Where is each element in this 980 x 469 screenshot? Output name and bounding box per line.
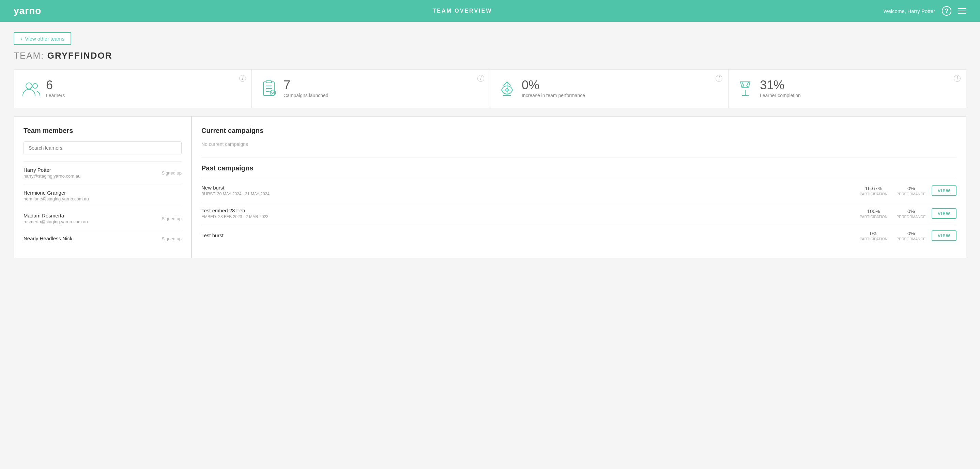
member-name: Hermione Granger bbox=[24, 190, 89, 196]
back-arrow-icon: ‹ bbox=[21, 35, 22, 41]
participation-value: 100% bbox=[857, 208, 891, 214]
view-button[interactable]: VIEW bbox=[932, 208, 956, 219]
performance-icon bbox=[498, 80, 515, 97]
stat-card-performance: 0% Increase in team performance i bbox=[490, 70, 728, 108]
member-email: harry@staging.yarno.com.au bbox=[24, 174, 80, 179]
welcome-text: Welcome, Harry Potter bbox=[884, 8, 935, 14]
participation-stat: 16.67% PARTICIPATION bbox=[857, 185, 891, 196]
participation-value: 0% bbox=[857, 230, 891, 236]
participation-value: 16.67% bbox=[857, 185, 891, 191]
member-status: Signed up bbox=[162, 216, 181, 221]
member-email: rosmerta@staging.yarno.com.au bbox=[24, 219, 88, 224]
campaign-name: Test burst bbox=[201, 233, 853, 238]
stat-card-completion: 31% Learner completion i bbox=[729, 70, 966, 108]
completion-info-icon[interactable]: i bbox=[954, 75, 961, 82]
campaigns-stat-content: 7 Campaigns launched bbox=[283, 79, 328, 98]
stat-card-campaigns: 7 Campaigns launched i bbox=[252, 70, 490, 108]
participation-label: PARTICIPATION bbox=[857, 215, 891, 219]
learners-info-icon[interactable]: i bbox=[239, 75, 246, 82]
performance-stat: 0% PERFORMANCE bbox=[894, 230, 928, 241]
performance-info-icon[interactable]: i bbox=[716, 75, 722, 82]
team-title: TEAM: GRYFFINDOR bbox=[14, 51, 966, 61]
stat-card-learners: 6 Learners i bbox=[14, 70, 251, 108]
completion-icon bbox=[737, 80, 754, 97]
svg-rect-7 bbox=[266, 81, 272, 83]
learners-icon bbox=[22, 81, 40, 96]
menu-icon[interactable] bbox=[958, 8, 966, 14]
performance-value: 0% bbox=[894, 185, 928, 191]
member-name: Nearly Headless Nick bbox=[24, 236, 72, 241]
list-item: Nearly Headless Nick Signed up bbox=[24, 230, 181, 247]
performance-label: PERFORMANCE bbox=[894, 237, 928, 241]
campaign-info: Test embed 28 Feb EMBED: 28 Feb 2023 - 2… bbox=[201, 207, 853, 219]
member-status: Signed up bbox=[162, 171, 181, 175]
svg-point-0 bbox=[26, 83, 32, 89]
svg-point-6 bbox=[270, 90, 276, 96]
list-item: Test burst 0% PARTICIPATION 0% PERFORMAN… bbox=[201, 225, 956, 246]
list-item: Madam Rosmerta rosmerta@staging.yarno.co… bbox=[24, 207, 181, 230]
participation-label: PARTICIPATION bbox=[857, 237, 891, 241]
bottom-row: Team members Harry Potter harry@staging.… bbox=[14, 116, 966, 258]
campaign-sub: BURST: 30 May 2024 - 31 May 2024 bbox=[201, 191, 853, 196]
back-button[interactable]: ‹ View other teams bbox=[14, 32, 71, 45]
learners-number: 6 bbox=[46, 79, 65, 91]
campaign-info: Test burst bbox=[201, 233, 853, 239]
header-title: TEAM OVERVIEW bbox=[433, 8, 492, 14]
performance-value: 0% bbox=[894, 230, 928, 236]
team-members-panel: Team members Harry Potter harry@staging.… bbox=[14, 116, 191, 258]
member-status: Signed up bbox=[162, 236, 181, 241]
list-item: Test embed 28 Feb EMBED: 28 Feb 2023 - 2… bbox=[201, 202, 956, 225]
completion-stat-content: 31% Learner completion bbox=[760, 79, 801, 98]
list-item: Harry Potter harry@staging.yarno.com.au … bbox=[24, 161, 181, 184]
performance-number: 0% bbox=[522, 79, 585, 91]
team-members-title: Team members bbox=[24, 127, 181, 135]
performance-stat-content: 0% Increase in team performance bbox=[522, 79, 585, 98]
stats-row: 6 Learners i 7 Campaigns launch bbox=[14, 69, 966, 108]
past-campaigns-section: Past campaigns New burst BURST: 30 May 2… bbox=[201, 164, 956, 246]
logo: yarno bbox=[14, 5, 41, 16]
completion-number: 31% bbox=[760, 79, 801, 91]
performance-label: PERFORMANCE bbox=[894, 215, 928, 219]
participation-stat: 100% PARTICIPATION bbox=[857, 208, 891, 219]
performance-stat: 0% PERFORMANCE bbox=[894, 208, 928, 219]
learners-stat-content: 6 Learners bbox=[46, 79, 65, 98]
performance-stat: 0% PERFORMANCE bbox=[894, 185, 928, 196]
search-input[interactable] bbox=[24, 142, 181, 155]
past-campaigns-title: Past campaigns bbox=[201, 164, 956, 172]
campaign-name: New burst bbox=[201, 185, 853, 190]
header: yarno TEAM OVERVIEW Welcome, Harry Potte… bbox=[0, 0, 980, 22]
help-icon[interactable]: ? bbox=[942, 6, 951, 16]
performance-label: PERFORMANCE bbox=[894, 192, 928, 196]
campaigns-info-icon[interactable]: i bbox=[477, 75, 484, 82]
no-campaigns-message: No current campaigns bbox=[201, 142, 956, 147]
member-name: Harry Potter bbox=[24, 167, 80, 173]
participation-stat: 0% PARTICIPATION bbox=[857, 230, 891, 241]
campaign-sub: EMBED: 28 Feb 2023 - 2 Mar 2023 bbox=[201, 214, 853, 219]
section-divider bbox=[201, 157, 956, 158]
svg-point-1 bbox=[33, 83, 38, 88]
list-item: New burst BURST: 30 May 2024 - 31 May 20… bbox=[201, 179, 956, 202]
performance-value: 0% bbox=[894, 208, 928, 214]
campaigns-number: 7 bbox=[283, 79, 328, 91]
current-campaigns-title: Current campaigns bbox=[201, 127, 956, 135]
campaigns-label: Campaigns launched bbox=[283, 93, 328, 98]
current-campaigns-section: Current campaigns No current campaigns bbox=[201, 127, 956, 147]
main-content: ‹ View other teams TEAM: GRYFFINDOR 6 Le… bbox=[0, 22, 980, 268]
campaign-name: Test embed 28 Feb bbox=[201, 207, 853, 213]
campaigns-icon bbox=[260, 80, 277, 97]
member-email: hermione@staging.yarno.com.au bbox=[24, 196, 89, 201]
back-button-label: View other teams bbox=[25, 36, 64, 41]
header-right: Welcome, Harry Potter ? bbox=[884, 6, 966, 16]
campaigns-panel: Current campaigns No current campaigns P… bbox=[192, 116, 966, 258]
search-wrap bbox=[24, 142, 181, 155]
participation-label: PARTICIPATION bbox=[857, 192, 891, 196]
view-button[interactable]: VIEW bbox=[932, 230, 956, 241]
learners-label: Learners bbox=[46, 93, 65, 98]
campaign-info: New burst BURST: 30 May 2024 - 31 May 20… bbox=[201, 185, 853, 196]
list-item: Hermione Granger hermione@staging.yarno.… bbox=[24, 184, 181, 207]
member-name: Madam Rosmerta bbox=[24, 213, 88, 219]
performance-label: Increase in team performance bbox=[522, 93, 585, 98]
view-button[interactable]: VIEW bbox=[932, 185, 956, 196]
completion-label: Learner completion bbox=[760, 93, 801, 98]
